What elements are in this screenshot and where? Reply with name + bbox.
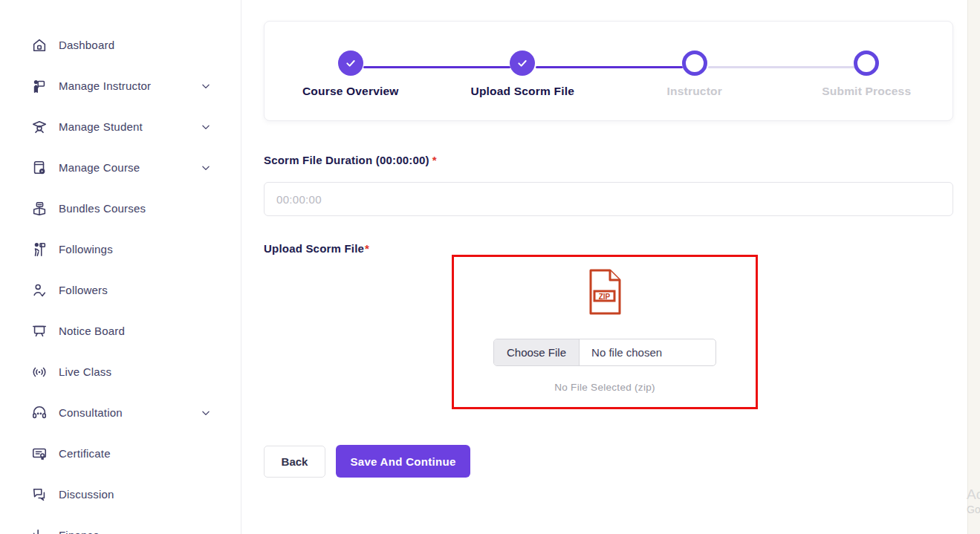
sidebar-item-followers[interactable]: Followers bbox=[0, 270, 241, 310]
certificate-icon bbox=[31, 446, 48, 462]
discussion-icon bbox=[31, 486, 48, 503]
sidebar-item-label: Manage Instructor bbox=[59, 79, 201, 92]
empty-circle-icon bbox=[682, 51, 707, 76]
sidebar-item-label: Notice Board bbox=[59, 325, 211, 337]
required-asterisk: * bbox=[365, 242, 369, 255]
sidebar-item-consultation[interactable]: Consultation bbox=[0, 392, 241, 433]
sidebar-item-label: Dashboard bbox=[59, 39, 211, 51]
followings-icon bbox=[31, 241, 48, 258]
duration-input[interactable] bbox=[264, 182, 953, 216]
student-icon bbox=[31, 119, 48, 135]
sidebar-item-notice-board[interactable]: Notice Board bbox=[0, 310, 241, 351]
sidebar-item-label: Certificate bbox=[59, 447, 211, 460]
followers-icon bbox=[31, 282, 48, 299]
choose-file-button[interactable]: Choose File bbox=[494, 339, 580, 365]
sidebar-item-label: Finance bbox=[59, 529, 211, 534]
scrollbar-track[interactable] bbox=[967, 0, 980, 534]
instructor-icon bbox=[31, 78, 48, 94]
step-label: Instructor bbox=[667, 85, 722, 98]
broadcast-icon bbox=[31, 364, 48, 380]
upload-field-label: Upload Scorm File* bbox=[264, 242, 369, 255]
chevron-down-icon bbox=[201, 122, 211, 132]
step-instructor[interactable]: Instructor bbox=[609, 22, 781, 120]
headset-icon bbox=[31, 405, 48, 421]
notice-board-icon bbox=[31, 323, 48, 339]
main-content: Course Overview Upload Scorm File Instru… bbox=[241, 0, 980, 534]
sidebar-item-dashboard[interactable]: Dashboard bbox=[0, 25, 241, 65]
step-label: Upload Scorm File bbox=[471, 85, 574, 98]
finance-icon bbox=[31, 527, 48, 534]
step-submit-process[interactable]: Submit Process bbox=[781, 22, 953, 120]
sidebar-item-label: Manage Course bbox=[59, 161, 201, 174]
watermark-line2: Go bbox=[967, 504, 980, 516]
sidebar: Dashboard Manage Instructor Manage Stude… bbox=[0, 0, 241, 534]
sidebar-item-label: Consultation bbox=[59, 406, 201, 419]
back-button[interactable]: Back bbox=[264, 446, 325, 478]
sidebar-item-manage-instructor[interactable]: Manage Instructor bbox=[0, 65, 241, 106]
zip-file-icon: ZIP bbox=[588, 269, 621, 315]
home-icon bbox=[31, 37, 48, 53]
chevron-down-icon bbox=[201, 163, 211, 173]
sidebar-item-label: Live Class bbox=[59, 365, 211, 378]
windows-watermark: Ac Go bbox=[967, 486, 980, 516]
sidebar-item-label: Discussion bbox=[59, 488, 211, 501]
check-circle-icon bbox=[510, 51, 535, 76]
sidebar-item-bundles-courses[interactable]: Bundles Courses bbox=[0, 188, 241, 229]
bundle-icon bbox=[31, 201, 48, 217]
chevron-down-icon bbox=[201, 81, 211, 91]
sidebar-item-finance[interactable]: Finance bbox=[0, 515, 241, 534]
duration-field-label: Scorm File Duration (00:00:00)* bbox=[264, 154, 437, 166]
stepper: Course Overview Upload Scorm File Instru… bbox=[265, 22, 953, 120]
file-chosen-status: No file chosen bbox=[580, 339, 674, 365]
sidebar-item-discussion[interactable]: Discussion bbox=[0, 474, 241, 515]
step-label: Course Overview bbox=[302, 85, 399, 98]
empty-circle-icon bbox=[854, 51, 879, 76]
course-icon bbox=[31, 160, 48, 176]
watermark-line1: Ac bbox=[967, 486, 980, 504]
sidebar-item-followings[interactable]: Followings bbox=[0, 229, 241, 270]
step-label: Submit Process bbox=[822, 85, 911, 98]
sidebar-item-manage-course[interactable]: Manage Course bbox=[0, 147, 241, 188]
form-actions: Back Save And Continue bbox=[264, 445, 470, 478]
sidebar-item-label: Manage Student bbox=[59, 120, 201, 133]
save-and-continue-button[interactable]: Save And Continue bbox=[336, 445, 470, 478]
sidebar-item-label: Bundles Courses bbox=[59, 202, 211, 215]
zip-badge-text: ZIP bbox=[599, 293, 611, 301]
step-course-overview[interactable]: Course Overview bbox=[265, 22, 437, 120]
chevron-down-icon bbox=[201, 408, 211, 418]
no-file-selected-note: No File Selected (zip) bbox=[454, 382, 756, 393]
scorm-upload-page: Dashboard Manage Instructor Manage Stude… bbox=[0, 0, 980, 534]
sidebar-item-live-class[interactable]: Live Class bbox=[0, 351, 241, 392]
stepper-card: Course Overview Upload Scorm File Instru… bbox=[264, 21, 953, 121]
sidebar-item-manage-student[interactable]: Manage Student bbox=[0, 106, 241, 147]
duration-label-text: Scorm File Duration (00:00:00) bbox=[264, 154, 429, 166]
sidebar-item-certificate[interactable]: Certificate bbox=[0, 433, 241, 474]
file-input[interactable]: Choose File No file chosen bbox=[493, 339, 716, 366]
sidebar-item-label: Followings bbox=[59, 243, 211, 255]
step-upload-scorm-file[interactable]: Upload Scorm File bbox=[437, 22, 609, 120]
sidebar-item-label: Followers bbox=[59, 284, 211, 296]
check-circle-icon bbox=[338, 51, 363, 76]
required-asterisk: * bbox=[432, 154, 437, 166]
upload-label-text: Upload Scorm File bbox=[264, 242, 364, 255]
upload-dropzone[interactable]: ZIP Choose File No file chosen No File S… bbox=[452, 255, 758, 409]
